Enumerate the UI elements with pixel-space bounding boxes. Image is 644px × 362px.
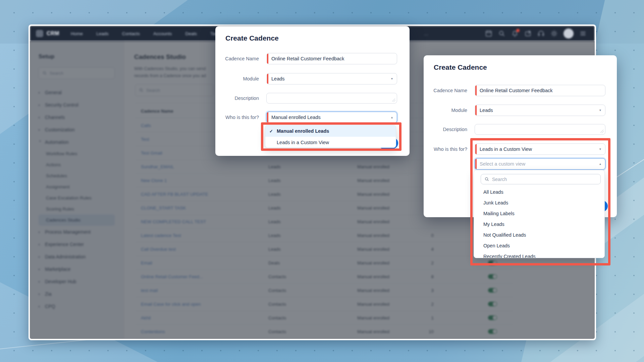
dropdown-option-label: Manual enrolled Leads: [277, 128, 329, 134]
who-value: Leads in a Custom View: [480, 146, 532, 152]
module-label: Module: [215, 76, 259, 81]
custom-view-dropdown: Search All LeadsJunk LeadsMailing Labels…: [474, 170, 605, 258]
nav-item[interactable]: Home: [71, 31, 83, 36]
crm-logo[interactable]: CRM: [47, 31, 59, 37]
module-value: Leads: [480, 108, 493, 113]
cadence-name-field[interactable]: Online Retail Customer Feedback: [475, 85, 605, 96]
custom-view-option[interactable]: Mailing Labels: [474, 208, 604, 219]
description-label: Description: [424, 127, 467, 132]
notification-badge: [516, 29, 520, 32]
custom-view-options: All LeadsJunk LeadsMailing LabelsMy Lead…: [474, 187, 604, 258]
who-is-this-for-dropdown: ✓ Manual enrolled Leads ✓ Leads in a Cus…: [265, 125, 396, 148]
chevron-down-icon: ▾: [599, 109, 601, 112]
module-label: Module: [424, 108, 467, 113]
cadence-name-label: Cadence Name: [215, 56, 259, 61]
nav-right-icons: [485, 26, 587, 41]
cadence-name-value: Online Retail Customer Feedback: [480, 88, 553, 93]
module-select[interactable]: Leads▾: [266, 73, 397, 84]
custom-view-search-input[interactable]: Search: [481, 174, 601, 184]
custom-view-placeholder: Select a custom view: [480, 161, 525, 167]
who-is-this-for-label: Who is this for?: [424, 146, 467, 152]
user-avatar[interactable]: [564, 28, 574, 39]
custom-view-option[interactable]: Not Qualified Leads: [474, 230, 604, 240]
nav-menu: HomeLeadsContactsAccountsDealsTasks: [71, 31, 235, 36]
nav-item[interactable]: Contacts: [122, 31, 140, 36]
description-textarea[interactable]: [266, 93, 397, 104]
custom-view-option[interactable]: Junk Leads: [474, 197, 604, 208]
menu-icon[interactable]: [579, 30, 587, 37]
apps-grid-icon[interactable]: [36, 29, 44, 38]
chevron-up-icon: ▴: [599, 162, 601, 166]
headset-icon[interactable]: [537, 30, 545, 37]
search-icon: [484, 177, 489, 182]
module-value: Leads: [271, 76, 285, 81]
dropdown-option[interactable]: ✓ Leads in a Custom View: [265, 137, 396, 148]
nav-item[interactable]: Leads: [96, 31, 109, 36]
cadence-name-label: Cadence Name: [424, 88, 467, 93]
nav-overflow-ellipsis[interactable]: ...: [424, 31, 429, 36]
bell-icon[interactable]: [511, 30, 519, 37]
chevron-down-icon: ▾: [391, 77, 393, 80]
settings-gear-icon[interactable]: [550, 30, 558, 37]
nav-item[interactable]: Accounts: [153, 31, 172, 36]
who-is-this-for-select[interactable]: Manual enrolled Leads▴: [266, 112, 397, 123]
custom-view-option[interactable]: Recently Created Leads: [474, 251, 604, 258]
custom-view-option[interactable]: All Leads: [474, 187, 604, 197]
custom-view-search-placeholder: Search: [492, 177, 507, 182]
dropdown-option[interactable]: ✓ Manual enrolled Leads: [265, 125, 396, 137]
chevron-down-icon: ▾: [599, 147, 601, 151]
description-label: Description: [215, 96, 259, 101]
custom-view-option[interactable]: My Leads: [474, 219, 604, 230]
chevron-up-icon: ▴: [391, 116, 393, 119]
custom-view-option[interactable]: Open Leads: [474, 240, 604, 251]
description-textarea[interactable]: [475, 124, 605, 135]
search-icon[interactable]: [498, 30, 505, 37]
custom-view-select[interactable]: Select a custom view▴: [475, 158, 605, 170]
who-is-this-for-label: Who is this for?: [215, 115, 259, 120]
check-icon: ✓: [269, 129, 273, 134]
modal-title: Create Cadence: [434, 63, 487, 71]
module-select[interactable]: Leads▾: [475, 105, 605, 116]
cadence-name-value: Online Retail Customer Feedback: [271, 56, 344, 61]
dropdown-option-label: Leads in a Custom View: [277, 140, 329, 145]
calendar-icon[interactable]: [485, 30, 492, 37]
who-value: Manual enrolled Leads: [271, 115, 321, 120]
share-icon[interactable]: [524, 30, 532, 37]
who-is-this-for-select[interactable]: Leads in a Custom View▾: [475, 143, 605, 155]
desktop-background: CRM HomeLeadsContactsAccountsDealsTasks …: [0, 0, 644, 362]
nav-item[interactable]: Deals: [185, 31, 197, 36]
modal-title: Create Cadence: [225, 34, 279, 42]
cadence-name-field[interactable]: Online Retail Customer Feedback: [266, 53, 397, 64]
